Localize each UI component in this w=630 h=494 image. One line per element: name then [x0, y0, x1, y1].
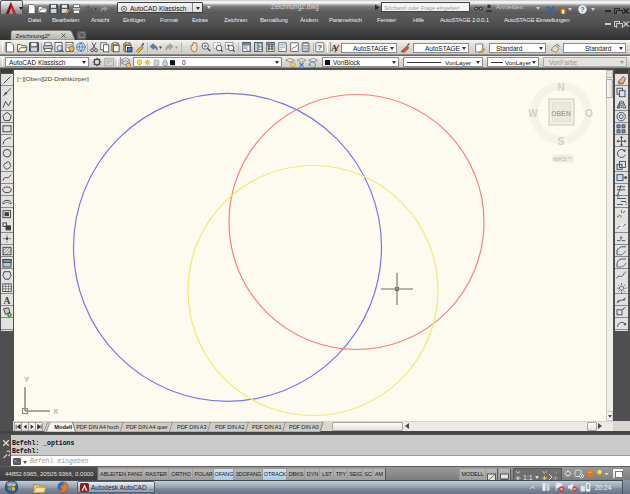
svg-text:?: ?	[580, 6, 584, 13]
svg-text:PDF DIN A2: PDF DIN A2	[215, 424, 244, 430]
svg-text:A: A	[4, 296, 11, 306]
svg-text:?: ?	[317, 43, 322, 52]
svg-text:Zeichnung2*: Zeichnung2*	[16, 32, 51, 39]
svg-text:OBEN: OBEN	[551, 110, 571, 117]
svg-text:[−][Oben][2D-Drahtkörper]: [−][Oben][2D-Drahtkörper]	[17, 75, 89, 82]
svg-text:Modell: Modell	[54, 424, 72, 430]
svg-text:S: S	[558, 136, 565, 147]
svg-text:PDF DIN A1: PDF DIN A1	[252, 424, 281, 430]
svg-text:N: N	[557, 82, 564, 93]
svg-text:X: X	[53, 407, 59, 416]
svg-text:W: W	[528, 108, 538, 119]
svg-text:PDF DIN A4 hoch: PDF DIN A4 hoch	[76, 424, 119, 430]
svg-text:WKS: WKS	[553, 156, 567, 162]
svg-text:PDF DIN A4 quer: PDF DIN A4 quer	[126, 424, 168, 430]
svg-text:PDF DIN A3: PDF DIN A3	[177, 424, 206, 430]
svg-text:PDF DIN A0: PDF DIN A0	[289, 424, 318, 430]
svg-text:Y: Y	[24, 375, 30, 384]
svg-text:O: O	[585, 108, 593, 119]
